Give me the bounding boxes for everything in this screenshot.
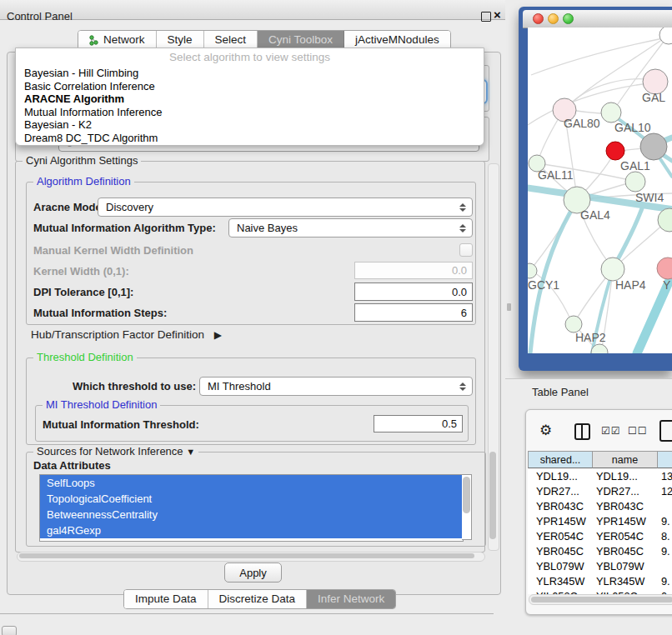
column-header-name[interactable]: name [593,451,658,468]
network-canvas[interactable]: GALGAL80GAL10GAL1GAL11SWI4GAL4GCY1HAP4YH… [528,28,672,353]
table-row[interactable]: YER054C YER054C 8. [528,529,672,544]
control-panel-titlebar[interactable]: Control Panel × [0,0,505,20]
network-node[interactable] [640,133,667,160]
close-icon[interactable]: × [494,8,501,22]
new-column-icon[interactable] [659,420,672,442]
kernel-width-field[interactable]: 0.0 [354,262,473,279]
which-threshold-value: MI Threshold [208,380,271,392]
tab-select[interactable]: Select [204,31,258,49]
network-node-label: GAL1 [620,159,650,172]
column-header-extra[interactable] [658,451,672,468]
which-threshold-combo[interactable]: MI Threshold [199,377,473,396]
tab-style[interactable]: Style [157,31,204,49]
tab-style-label: Style [168,31,193,49]
network-node[interactable] [565,316,582,332]
algorithm-list-item[interactable]: Basic Correlation Inference [16,80,484,93]
control-panel-bottom-edge [0,613,494,614]
network-node-label: GAL11 [538,168,574,182]
settings-hscrollbar[interactable] [17,552,485,562]
mi-threshold-field[interactable]: 0.5 [374,415,463,432]
settings-hscrollbar-thumb[interactable] [19,553,474,558]
data-attribute-item[interactable]: gal4RGexp [40,522,463,538]
data-attribute-item[interactable]: TopologicalCoefficient [40,491,463,507]
table-row[interactable]: YDL19... YDL19... 13 [528,469,672,484]
network-node-label: Y [663,278,671,292]
network-window-titlebar[interactable] [523,10,672,28]
table-row[interactable]: YBR045C YBR045C 9. [528,544,672,559]
deselect-columns-icon[interactable]: ☐☐ [628,425,648,437]
algorithm-list-item[interactable]: Bayesian - Hill Climbing [16,67,484,80]
tab-jactivemnodules[interactable]: jActiveMNodules [344,31,450,49]
data-attributes-list: SelfLoops TopologicalCoefficient Between… [39,474,464,542]
attributes-scrollbar[interactable] [462,474,472,540]
tab-infer-network[interactable]: Infer Network [307,590,395,608]
tab-discretize-data[interactable]: Discretize Data [208,590,308,608]
data-attribute-item[interactable]: BetweennessCentrality [40,507,463,522]
table-hscrollbar[interactable] [529,594,672,605]
sources-expand-arrow-icon[interactable]: ▼ [186,447,195,457]
hub-definition-label: Hub/Transcription Factor Definition [31,328,204,341]
algorithm-list-item[interactable]: Dream8 DC_TDC Algorithm [16,132,484,145]
network-node[interactable] [528,263,537,278]
table-row[interactable]: YBL079W YBL079W [528,559,672,574]
algorithm-list-item[interactable]: ARACNE Algorithm [16,92,484,106]
algorithm-list-item[interactable]: Bayesian - K2 [16,118,484,132]
settings-vscrollbar[interactable] [488,163,499,551]
manual-kernel-label: Manual Kernel Width Definition [33,244,193,257]
settings-vscrollbar-thumb[interactable] [489,452,496,539]
select-columns-icon[interactable]: ☑☑ [601,425,621,437]
apply-button-label: Apply [239,567,267,579]
sources-title-text: Sources for Network Inference [37,445,183,458]
mi-type-combo[interactable]: Naive Bayes [228,218,473,238]
tab-impute-data[interactable]: Impute Data [124,590,208,608]
tab-select-label: Select [215,31,247,49]
dpi-tolerance-field[interactable]: 0.0 [354,282,473,301]
dropdown-prompt: Select algorithm to view settings [16,51,484,63]
network-node[interactable] [657,258,672,279]
network-node[interactable] [606,142,624,160]
table-row[interactable]: YBR043C YBR043C [528,499,672,514]
mi-steps-label: Mutual Information Steps: [33,307,167,319]
table-toolbar: ⚙ ☑☑ ☐☐ [526,410,672,450]
splitpane-handle[interactable] [507,303,511,311]
kernel-width-value: 0.0 [452,264,467,277]
algorithm-list-item[interactable]: Mutual Information Inference [16,106,484,119]
hub-definition-toggle[interactable]: Hub/Transcription Factor Definition ▶ [31,328,222,341]
table-row[interactable]: YLR345W YLR345W 9. [528,574,672,589]
threshold-definition-title: Threshold Definition [33,351,137,363]
hub-collapse-arrow-icon[interactable]: ▶ [214,329,222,341]
tab-network-label: Network [103,31,145,49]
network-node[interactable] [659,28,672,44]
aracne-mode-combo[interactable]: Discovery [98,198,473,217]
combo-stepper-icon [459,224,466,232]
network-node[interactable] [625,172,645,192]
window-zoom-button[interactable] [563,13,574,24]
table-header-row: shared... name [528,451,672,468]
table-hscrollbar-thumb[interactable] [531,597,672,602]
manual-kernel-checkbox[interactable] [459,243,473,257]
column-header-shared[interactable]: shared... [528,451,593,468]
data-attribute-item[interactable]: SelfLoops [40,475,463,491]
tab-cyni-toolbox[interactable]: Cyni Toolbox [258,31,344,49]
apply-button[interactable]: Apply [224,562,282,582]
combo-stepper-icon [459,382,466,391]
gear-icon[interactable]: ⚙ [539,422,552,439]
split-columns-icon[interactable] [574,423,590,440]
network-node-label: GAL4 [580,208,610,222]
mi-type-label: Mutual Information Algorithm Type: [33,222,216,234]
cyni-algorithm-settings-group: Cyni Algorithm Settings Algorithm Defini… [15,161,485,552]
network-node[interactable] [601,102,621,122]
mi-steps-field[interactable]: 6 [354,303,473,322]
tab-network[interactable]: Network [78,31,157,49]
window-minimize-button[interactable] [548,13,559,24]
network-node[interactable] [658,208,672,232]
window-close-button[interactable] [533,13,544,24]
panel-corner-button[interactable] [2,626,17,635]
attributes-scrollbar-thumb[interactable] [463,477,470,513]
table-row[interactable]: YDR27... YDR27... 12 [528,484,672,499]
dpi-tolerance-value: 0.0 [452,286,467,298]
network-node[interactable] [601,258,624,281]
sources-group: Sources for Network Inference ▼ Data Att… [26,452,486,547]
table-row[interactable]: YPR145W YPR145W 9. [528,514,672,529]
float-window-icon[interactable] [481,12,491,22]
